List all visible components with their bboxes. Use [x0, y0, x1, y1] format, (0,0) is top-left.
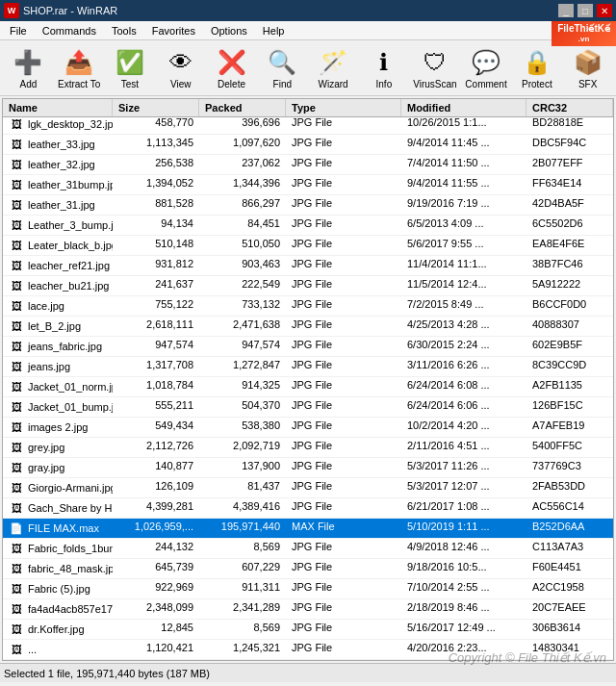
table-row[interactable]: 🖼 dr.Koffer.jpg12,8458,569JPG File5/16/2… — [3, 620, 613, 640]
toolbar-btn-virusscan[interactable]: 🛡 VirusScan — [410, 43, 459, 93]
file-modified-col: 5/3/2017 12:07 ... — [401, 478, 526, 497]
table-row[interactable]: 🖼 Leater_black_b.jpg510,148510,050JPG Fi… — [3, 236, 613, 256]
table-row[interactable]: 🖼 Fabric (5).jpg922,969911,311JPG File7/… — [3, 579, 613, 599]
toolbar-icon-test: ✅ — [115, 47, 145, 78]
file-name-col: 🖼 Gach_Share by Huyhieukts (135).jpg — [3, 498, 113, 518]
file-list-area: NameSizePackedTypeModifiedCRC32 🖼 paeoni… — [2, 98, 614, 661]
toolbar-btn-sfx[interactable]: 📦 SFX — [563, 43, 612, 93]
file-size-col: 549,434 — [113, 418, 199, 437]
file-packed-col: 222,549 — [199, 276, 286, 295]
table-row[interactable]: 🖼 jeans.jpg1,317,7081,272,847JPG File3/1… — [3, 357, 613, 377]
file-size-col: 94,134 — [113, 216, 199, 235]
table-row[interactable]: 🖼 fabric_48_mask.jpg645,739607,229JPG Fi… — [3, 559, 613, 579]
header-col-name[interactable]: Name — [3, 99, 113, 116]
menu-item-options[interactable]: Options — [203, 23, 255, 38]
file-crc-col: 602E9B5F — [526, 337, 613, 356]
toolbar-icon-view: 👁 — [166, 47, 196, 78]
file-size-col: 645,739 — [113, 559, 199, 578]
toolbar-btn-add[interactable]: ➕ Add — [4, 43, 53, 93]
close-button[interactable]: ✕ — [597, 4, 612, 17]
toolbar-label-delete: Delete — [218, 79, 245, 89]
table-row[interactable]: 🖼 Giorgio-Armani.jpg126,10981,437JPG Fil… — [3, 478, 613, 498]
file-size-col: 241,637 — [113, 276, 199, 295]
file-packed-col: 911,311 — [199, 579, 286, 598]
menu-item-favorites[interactable]: Favorites — [144, 23, 203, 38]
header-col-type[interactable]: Type — [286, 99, 401, 116]
toolbar-label-wizard: Wizard — [319, 79, 348, 89]
file-type-col: JPG File — [286, 579, 401, 598]
toolbar-btn-info[interactable]: ℹ Info — [359, 43, 408, 93]
toolbar-btn-find[interactable]: 🔍 Find — [258, 43, 307, 93]
table-row[interactable]: 🖼 Jacket_01_norm.jpg1,018,784914,325JPG … — [3, 377, 613, 397]
file-packed-col: 84,451 — [199, 216, 286, 235]
file-modified-col: 2/11/2016 4:51 ... — [401, 438, 526, 457]
file-modified-col: 4/20/2016 2:23... — [401, 640, 526, 659]
table-row[interactable]: 🖼 Gach_Share by Huyhieukts (135).jpg4,39… — [3, 498, 613, 519]
menu-item-file[interactable]: File — [2, 23, 35, 38]
table-row[interactable]: 🖼 jeans_fabric.jpg947,574947,574JPG File… — [3, 337, 613, 357]
toolbar-btn-protect[interactable]: 🔒 Protect — [512, 43, 561, 93]
file-name-col: 🖼 lgk_desktop_32.jpg — [3, 114, 113, 134]
file-icon: 🖼 — [9, 419, 24, 435]
file-packed-col: 4,389,416 — [199, 498, 286, 518]
table-row[interactable]: 🖼 images 2.jpg549,434538,380JPG File10/2… — [3, 418, 613, 438]
header-col-crc32[interactable]: CRC32 — [526, 99, 613, 116]
table-row[interactable]: 🖼 lace.jpg755,122733,132JPG File7/2/2015… — [3, 296, 613, 317]
file-name-col: 🖼 lace.jpg — [3, 296, 113, 316]
file-modified-col: 9/4/2014 11:55 ... — [401, 175, 526, 194]
table-row[interactable]: 🖼 fa4ad4acb857e17f0a45c3e14956bdf.jpg2,3… — [3, 599, 613, 620]
file-name-text: leacher_bu21.jpg — [28, 280, 109, 292]
table-row[interactable]: 🖼 leather_32.jpg256,538237,062JPG File7/… — [3, 155, 613, 175]
toolbar-btn-test[interactable]: ✅ Test — [106, 43, 155, 93]
file-packed-col: 538,380 — [199, 418, 286, 437]
table-row[interactable]: 🖼 leacher_ref21.jpg931,812903,463JPG Fil… — [3, 256, 613, 276]
file-icon: 🖼 — [9, 460, 24, 475]
toolbar-btn-delete[interactable]: ❌ Delete — [207, 43, 256, 93]
toolbar-btn-comment[interactable]: 💬 Comment — [462, 43, 511, 93]
file-crc-col: DBC5F94C — [526, 135, 613, 154]
minimize-button[interactable]: _ — [558, 4, 574, 17]
table-row[interactable]: 🖼 grey.jpg2,112,7262,092,719JPG File2/11… — [3, 438, 613, 458]
menu-item-commands[interactable]: Commands — [35, 23, 104, 38]
file-modified-col: 11/4/2014 11:1... — [401, 256, 526, 275]
table-row[interactable]: 🖼 leather_31.jpg881,528866,297JPG File9/… — [3, 195, 613, 216]
file-crc-col: 5A912222 — [526, 276, 613, 295]
table-row[interactable]: 🖼 leacher_bu21.jpg241,637222,549JPG File… — [3, 276, 613, 296]
table-row[interactable]: 🖼 Fabric_folds_1bump.jpg244,1328,569JPG … — [3, 539, 613, 559]
table-row[interactable]: 🖼 leather_31bump.jpg1,394,0521,344,396JP… — [3, 175, 613, 195]
file-type-col: JPG File — [286, 296, 401, 316]
table-row[interactable]: 🖼 let_B_2.jpg2,618,1112,471,638JPG File4… — [3, 317, 613, 337]
file-name-col: 🖼 images 2.jpg — [3, 418, 113, 437]
file-name-col: 🖼 gray.jpg — [3, 458, 113, 477]
file-name-text: Giorgio-Armani.jpg — [28, 482, 113, 494]
table-row[interactable]: 🖼 lgk_desktop_32.jpg458,770396,696JPG Fi… — [3, 114, 613, 135]
file-name-text: jeans.jpg — [28, 361, 70, 372]
file-name-col: 🖼 fabric_48_mask.jpg — [3, 559, 113, 578]
header-col-packed[interactable]: Packed — [199, 99, 286, 116]
file-icon: 🖼 — [9, 440, 24, 455]
toolbar-btn-wizard[interactable]: 🪄 Wizard — [309, 43, 358, 93]
toolbar-icon-comment: 💬 — [471, 47, 501, 78]
file-modified-col: 4/25/2013 4:28 ... — [401, 317, 526, 336]
header-col-size[interactable]: Size — [113, 99, 199, 116]
menu-item-tools[interactable]: Tools — [104, 23, 144, 38]
file-icon: 🖼 — [9, 622, 24, 637]
header-col-modified[interactable]: Modified — [401, 99, 526, 116]
file-packed-col: 1,097,620 — [199, 135, 286, 154]
menu-item-help[interactable]: Help — [255, 23, 293, 38]
table-row[interactable]: 🖼 Leather_3_bump.jpg94,13484,451JPG File… — [3, 216, 613, 236]
table-row[interactable]: 📄 FILE MAX.max1,026,959,...195,971,440MA… — [3, 519, 613, 539]
table-row[interactable]: 🖼 gray.jpg140,877137,900JPG File5/3/2017… — [3, 458, 613, 478]
file-packed-col: 1,272,847 — [199, 357, 286, 376]
table-row[interactable]: 🖼 Jacket_01_bump.jpg555,211504,370JPG Fi… — [3, 397, 613, 418]
table-row[interactable]: 🖼 leather_33.jpg1,113,3451,097,620JPG Fi… — [3, 135, 613, 155]
toolbar-btn-extract-to[interactable]: 📤 Extract To — [55, 43, 104, 93]
toolbar-btn-view[interactable]: 👁 View — [156, 43, 205, 93]
status-text: Selected 1 file, 195,971,440 bytes (187 … — [4, 668, 210, 679]
toolbar-icon-find: 🔍 — [267, 47, 297, 78]
table-row[interactable]: 🖼 ...1,120,4211,245,321JPG File4/20/2016… — [3, 640, 613, 660]
file-name-text: FILE MAX.max — [28, 522, 99, 534]
file-crc-col: 14830341 — [526, 640, 613, 659]
file-icon: 🖼 — [9, 642, 24, 657]
maximize-button[interactable]: □ — [578, 4, 593, 17]
